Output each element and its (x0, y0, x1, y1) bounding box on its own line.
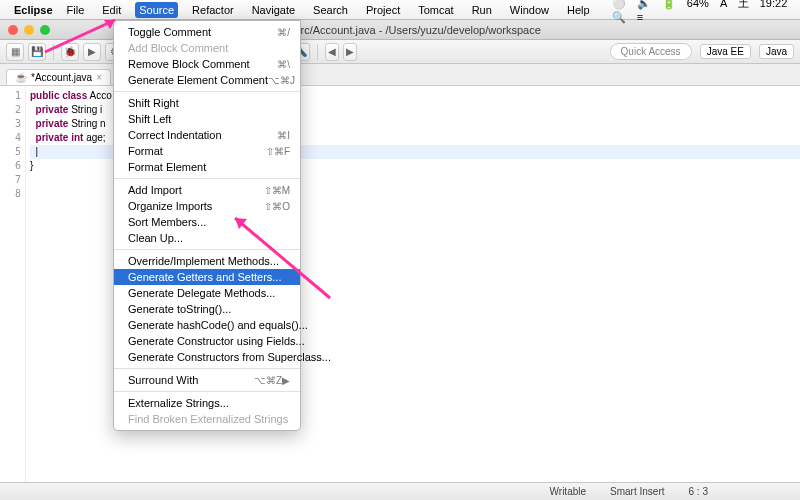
line-number-gutter: 12345678 (0, 86, 26, 482)
menu-item-format[interactable]: Format⇧⌘F (114, 143, 300, 159)
battery-icon[interactable]: 🔋 (662, 0, 676, 9)
new-button[interactable]: ▦ (6, 43, 24, 61)
menu-file[interactable]: File (63, 2, 89, 18)
menu-item-generate-hashcode-and-equals[interactable]: Generate hashCode() and equals()... (114, 317, 300, 333)
save-button[interactable]: 💾 (28, 43, 46, 61)
menu-search[interactable]: Search (309, 2, 352, 18)
menu-item-clean-up[interactable]: Clean Up... (114, 230, 300, 246)
menu-item-format-element[interactable]: Format Element (114, 159, 300, 175)
menu-run[interactable]: Run (468, 2, 496, 18)
menu-item-organize-imports[interactable]: Organize Imports⇧⌘O (114, 198, 300, 214)
close-tab-icon[interactable]: × (96, 72, 102, 83)
menu-refactor[interactable]: Refactor (188, 2, 238, 18)
menu-item-add-import[interactable]: Add Import⇧⌘M (114, 182, 300, 198)
nav-back-button[interactable]: ◀ (325, 43, 339, 61)
clock-day: 土 (738, 0, 749, 9)
status-writable: Writable (550, 486, 587, 497)
clock-time: 19:22 (760, 0, 788, 9)
menu-project[interactable]: Project (362, 2, 404, 18)
wifi-icon[interactable]: ⚪ (612, 0, 626, 9)
menu-tomcat[interactable]: Tomcat (414, 2, 457, 18)
tab-label: *Account.java (31, 72, 92, 83)
traffic-lights (0, 25, 50, 35)
minimize-button[interactable] (24, 25, 34, 35)
menu-item-toggle-comment[interactable]: Toggle Comment⌘/ (114, 24, 300, 40)
menu-source[interactable]: Source (135, 2, 178, 18)
battery-percent: 64% (687, 0, 709, 9)
menu-item-remove-block-comment[interactable]: Remove Block Comment⌘\ (114, 56, 300, 72)
java-file-icon: ☕ (15, 72, 27, 83)
status-bar: Writable Smart Insert 6 : 3 (0, 482, 800, 500)
status-insert-mode: Smart Insert (610, 486, 664, 497)
menu-item-shift-left[interactable]: Shift Left (114, 111, 300, 127)
ime-indicator[interactable]: A (720, 0, 727, 9)
quick-access-input[interactable]: Quick Access (610, 43, 692, 60)
menu-item-correct-indentation[interactable]: Correct Indentation⌘I (114, 127, 300, 143)
notification-icon[interactable]: ≡ (637, 11, 643, 23)
menu-item-sort-members[interactable]: Sort Members... (114, 214, 300, 230)
menu-edit[interactable]: Edit (98, 2, 125, 18)
spotlight-icon[interactable]: 🔍 (612, 11, 626, 23)
menu-item-find-broken-externalized-strings: Find Broken Externalized Strings (114, 411, 300, 427)
menu-item-generate-getters-and-setters[interactable]: Generate Getters and Setters... (114, 269, 300, 285)
menu-navigate[interactable]: Navigate (248, 2, 299, 18)
perspective-java[interactable]: Java (759, 44, 794, 59)
menu-item-generate-tostring[interactable]: Generate toString()... (114, 301, 300, 317)
menu-help[interactable]: Help (563, 2, 594, 18)
menu-item-shift-right[interactable]: Shift Right (114, 95, 300, 111)
menu-item-surround-with[interactable]: Surround With⌥⌘Z▶ (114, 372, 300, 388)
status-cursor-position: 6 : 3 (689, 486, 708, 497)
app-name[interactable]: Eclipse (14, 4, 53, 16)
zoom-button[interactable] (40, 25, 50, 35)
nav-forward-button[interactable]: ▶ (343, 43, 357, 61)
menu-item-add-block-comment: Add Block Comment (114, 40, 300, 56)
menu-item-externalize-strings[interactable]: Externalize Strings... (114, 395, 300, 411)
menu-window[interactable]: Window (506, 2, 553, 18)
menu-item-generate-constructors-from-superclass[interactable]: Generate Constructors from Superclass... (114, 349, 300, 365)
menu-item-generate-constructor-using-fields[interactable]: Generate Constructor using Fields... (114, 333, 300, 349)
menu-item-override-implement-methods[interactable]: Override/Implement Methods... (114, 253, 300, 269)
source-menu: Toggle Comment⌘/Add Block CommentRemove … (113, 20, 301, 431)
close-button[interactable] (8, 25, 18, 35)
mac-menubar: Eclipse FileEditSourceRefactorNavigateSe… (0, 0, 800, 20)
run-button[interactable]: ▶ (83, 43, 101, 61)
menu-item-generate-element-comment[interactable]: Generate Element Comment⌥⌘J (114, 72, 300, 88)
editor-tab-account[interactable]: ☕ *Account.java × (6, 69, 111, 85)
perspective-javaee[interactable]: Java EE (700, 44, 751, 59)
menu-item-generate-delegate-methods[interactable]: Generate Delegate Methods... (114, 285, 300, 301)
menubar-status: ⚪ 🔈 🔋 64% A 土 19:22 🔍 ≡ (604, 0, 794, 24)
debug-button[interactable]: 🐞 (61, 43, 79, 61)
volume-icon[interactable]: 🔈 (637, 0, 651, 9)
